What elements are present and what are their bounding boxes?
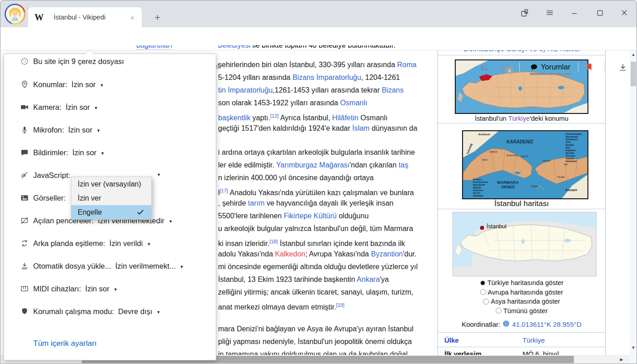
- article-link[interactable]: Fikirtepe Kültürü: [284, 212, 337, 220]
- permission-row-camera[interactable]: Kamera: İzin sor▼: [4, 99, 216, 115]
- new-tab-button[interactable]: [152, 12, 163, 23]
- reference-link[interactable]: [12]: [270, 113, 279, 118]
- permission-row-notifications[interactable]: Bildirimler: İzin sor▼: [4, 145, 216, 160]
- permission-row-shield-filled[interactable]: Korumalı çalışma modu: Devre dışı▼: [4, 304, 216, 319]
- permission-row-sync[interactable]: Arka planda eşitleme: İzin verildi▼: [4, 236, 216, 251]
- article-link[interactable]: Byzantion: [371, 250, 403, 258]
- turkey-marker-map[interactable]: İstanbul: [453, 212, 597, 276]
- article-link[interactable]: taş: [398, 161, 408, 169]
- article-link[interactable]: Yarımburgaz Mağarası: [276, 161, 350, 169]
- infobox-row-label[interactable]: Ülke: [444, 336, 517, 344]
- article-text-run: 5500'lere tarihlenen: [218, 212, 284, 220]
- infobox-row-value[interactable]: Türkiye: [523, 336, 545, 344]
- menu-item-i-zin-ver[interactable]: İzin ver: [71, 191, 151, 205]
- bookmark-ribbon-icon[interactable]: [582, 60, 596, 74]
- browser-tab[interactable]: W İstanbul - Vikipedi: [28, 7, 142, 27]
- radio-selected-icon[interactable]: [480, 280, 486, 286]
- dropdown-caret-icon[interactable]: ▼: [147, 242, 151, 246]
- toolbar-divider: [519, 62, 520, 72]
- permission-row-microphone[interactable]: Mikrofon: İzin sor▼: [4, 122, 216, 138]
- dropdown-caret-icon[interactable]: ▼: [169, 219, 173, 224]
- article-link[interactable]: Roma: [397, 61, 417, 69]
- district-label: Sarıyer: [521, 155, 528, 157]
- reference-link[interactable]: [17]: [220, 188, 228, 193]
- cookies-link[interactable]: Bu site için 9 çerez dosyası: [33, 57, 124, 66]
- close-window-button[interactable]: [618, 6, 631, 19]
- article-link[interactable]: Bizans: [382, 86, 403, 94]
- article-link[interactable]: Hilâfetin: [332, 114, 358, 122]
- article-text-run: son olarak 1453-1922 yılları arasında: [218, 99, 340, 107]
- toolbar-divider: [604, 62, 605, 72]
- coordinates-link[interactable]: 41.013611°K 28.955°D: [512, 320, 582, 328]
- article-text-run: i ardına ortaya çıkartılan arkeolojik bu…: [218, 148, 415, 156]
- article-line: l[17] Anadolu Yakası'nda yürütülen kazı …: [218, 184, 435, 197]
- reference-link[interactable]: [19]: [336, 302, 344, 308]
- dropdown-caret-icon[interactable]: ▼: [114, 287, 118, 292]
- article-text-run: Ayrıca İstanbul,: [279, 114, 332, 122]
- dropdown-caret-icon[interactable]: ▼: [157, 172, 161, 177]
- radio-icon[interactable]: [496, 308, 502, 314]
- avatar-image: [6, 5, 24, 23]
- article-link[interactable]: tin İmparatorluğu: [218, 86, 273, 94]
- profile-avatar[interactable]: [5, 4, 25, 25]
- immersive-reader-icon[interactable]: A: [477, 60, 491, 74]
- article-link[interactable]: İslam: [352, 124, 369, 132]
- map-radio-1[interactable]: Türkiye haritasında göster: [438, 279, 605, 286]
- map-radio-4[interactable]: Tümünü göster: [438, 307, 605, 315]
- article-link[interactable]: Ankara: [357, 275, 380, 283]
- map-radio-3[interactable]: Asya haritasında göster: [438, 298, 605, 305]
- dropdown-caret-icon[interactable]: ▼: [180, 265, 184, 269]
- map1-caption: İstanbul'un Türkiye'deki konumu: [438, 115, 605, 122]
- permission-row-autodownload[interactable]: Otomatik dosya yükle... İzin verilmemekt…: [4, 258, 216, 274]
- radio-icon[interactable]: [480, 289, 486, 295]
- reference-link[interactable]: [18]: [269, 239, 278, 244]
- divider: [438, 123, 605, 123]
- article-link[interactable]: başkentlik: [218, 114, 250, 122]
- istanbul-district-map[interactable]: KARADENİZ MARMARA DENİZİ Kırklareli Teki…: [462, 130, 588, 199]
- article-link[interactable]: Bizans İmparatorluğu: [293, 74, 361, 81]
- article-link[interactable]: belediyesi: [218, 45, 250, 49]
- location-icon: [20, 80, 30, 89]
- menu-item-i-zin-ver-varsay-lan-[interactable]: İzin ver (varsayılan): [71, 177, 151, 191]
- article-line: 5500'lere tarihlenen Fikirtepe Kültürü o…: [218, 210, 435, 222]
- dropdown-caret-icon[interactable]: ▼: [96, 128, 100, 133]
- turkiye-link[interactable]: Türkiye: [508, 115, 530, 122]
- comments-bubble-icon[interactable]: [527, 60, 541, 74]
- shield-counter-badge: 1: [506, 67, 513, 74]
- scroll-up-arrow[interactable]: ▲: [630, 51, 637, 58]
- dropdown-caret-icon[interactable]: ▼: [156, 310, 160, 315]
- infobox: Dolmabahçe Sarayı ve 6) Kız Kulesi İstan…: [438, 40, 606, 356]
- maximize-button[interactable]: [593, 6, 606, 19]
- dropdown-caret-icon[interactable]: ▼: [100, 83, 104, 88]
- downloads-icon[interactable]: [616, 60, 630, 74]
- menu-icon[interactable]: [543, 6, 556, 19]
- vertical-scrollbar[interactable]: [630, 50, 637, 364]
- clipped-link[interactable]: bağlantıları: [136, 45, 172, 49]
- permission-row-location[interactable]: Konumlar: İzin sor▼: [4, 77, 216, 92]
- permission-row-midi[interactable]: MIDI cihazları: İzin sor▼: [4, 281, 216, 296]
- radio-icon[interactable]: [483, 299, 489, 305]
- map-radio-2[interactable]: Avrupa haritasında göster: [438, 289, 605, 296]
- article-line: ler elde edilmiştir. Yarımburgaz Mağaras…: [218, 159, 435, 172]
- scroll-right-arrow[interactable]: ▶: [618, 356, 625, 363]
- dropdown-caret-icon[interactable]: ▼: [100, 151, 105, 156]
- microphone-icon: [20, 125, 30, 134]
- article-link[interactable]: Osmanlı: [340, 99, 368, 107]
- radio-label: Asya haritasında göster: [491, 298, 560, 305]
- shield-filled-icon: [20, 307, 30, 316]
- minimize-button[interactable]: [568, 6, 581, 19]
- tab-close-icon[interactable]: [127, 13, 137, 23]
- permission-label: Konumlar: İzin sor▼: [33, 80, 104, 89]
- collections-icon[interactable]: [518, 6, 531, 19]
- article-red-link[interactable]: Kalkedon: [275, 250, 305, 258]
- vertical-scrollbar-thumb[interactable]: [631, 62, 636, 86]
- divider: [438, 209, 605, 209]
- comments-underline: [530, 73, 572, 75]
- comments-button-label[interactable]: Yorumlar: [541, 63, 570, 71]
- midi-icon: [20, 284, 30, 293]
- scroll-down-arrow[interactable]: ▼: [630, 344, 637, 351]
- menu-item-engelle[interactable]: Engelle: [71, 205, 151, 219]
- article-link[interactable]: tarım: [248, 199, 264, 207]
- dropdown-caret-icon[interactable]: ▼: [94, 106, 98, 110]
- all-content-settings-link[interactable]: Tüm içerik ayarları: [33, 339, 97, 348]
